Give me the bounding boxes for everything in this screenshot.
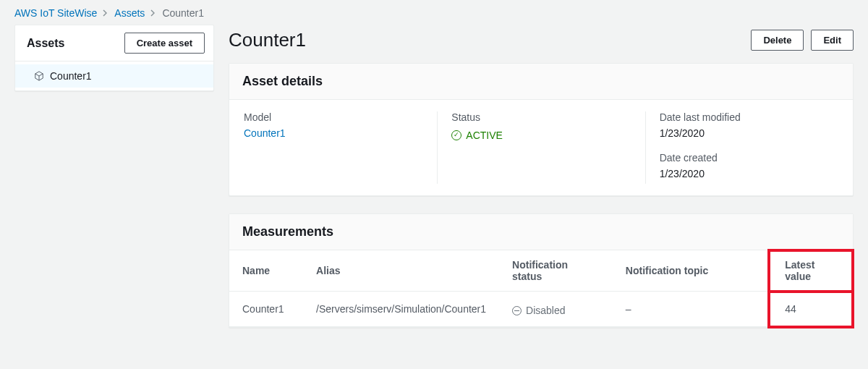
breadcrumb-service[interactable]: AWS IoT SiteWise (14, 7, 97, 19)
asset-icon (34, 71, 44, 81)
delete-button[interactable]: Delete (751, 30, 804, 51)
col-notif-topic[interactable]: Notification topic (613, 250, 769, 292)
date-created-value: 1/23/2020 (660, 168, 838, 179)
disabled-icon (512, 306, 522, 315)
status-text: ACTIVE (466, 130, 503, 141)
col-name[interactable]: Name (229, 250, 303, 292)
asset-tree-item-label: Counter1 (50, 70, 92, 82)
col-alias[interactable]: Alias (303, 250, 499, 292)
main-content: Counter1 Delete Edit Asset details Model… (229, 25, 854, 345)
asset-details-title: Asset details (242, 74, 840, 89)
cell-notif-topic: – (613, 292, 769, 327)
cell-alias: /Servers/simserv/Simulation/Counter1 (303, 292, 499, 327)
notif-status-text: Disabled (526, 305, 565, 316)
table-row[interactable]: Counter1 /Servers/simserv/Simulation/Cou… (229, 292, 853, 327)
page-title: Counter1 (229, 29, 306, 51)
asset-tree-item[interactable]: Counter1 (15, 64, 213, 88)
assets-sidebar: Assets Create asset Counter1 (14, 25, 214, 91)
model-link[interactable]: Counter1 (244, 127, 286, 139)
cell-name: Counter1 (229, 292, 303, 327)
check-circle-icon: ✓ (451, 130, 461, 140)
edit-button[interactable]: Edit (811, 30, 854, 51)
breadcrumb: AWS IoT SiteWise Assets Counter1 (0, 0, 868, 25)
breadcrumb-assets[interactable]: Assets (114, 7, 145, 19)
measurements-title: Measurements (242, 224, 840, 239)
col-notif-status[interactable]: Notification status (499, 250, 613, 292)
cell-notif-status: Disabled (499, 292, 613, 327)
status-value: ✓ ACTIVE (451, 130, 503, 141)
breadcrumb-current: Counter1 (162, 7, 204, 19)
date-modified-label: Date last modified (660, 111, 838, 123)
status-label: Status (451, 111, 630, 123)
asset-tree: Counter1 (15, 62, 213, 90)
measurements-table: Name Alias Notification status Notificat… (229, 250, 853, 327)
table-header-row: Name Alias Notification status Notificat… (229, 250, 853, 292)
cell-latest-value: 44 (769, 292, 853, 327)
chevron-right-icon (103, 7, 109, 19)
chevron-right-icon (150, 7, 156, 19)
measurements-panel: Measurements Name Alias Notification sta… (229, 213, 854, 328)
date-modified-value: 1/23/2020 (660, 127, 838, 139)
asset-details-panel: Asset details Model Counter1 Status ✓ AC… (229, 63, 854, 196)
sidebar-title: Assets (27, 37, 64, 50)
col-latest-value[interactable]: Latest value (769, 250, 853, 292)
date-created-label: Date created (660, 152, 838, 164)
create-asset-button[interactable]: Create asset (124, 33, 205, 54)
model-label: Model (244, 111, 422, 123)
